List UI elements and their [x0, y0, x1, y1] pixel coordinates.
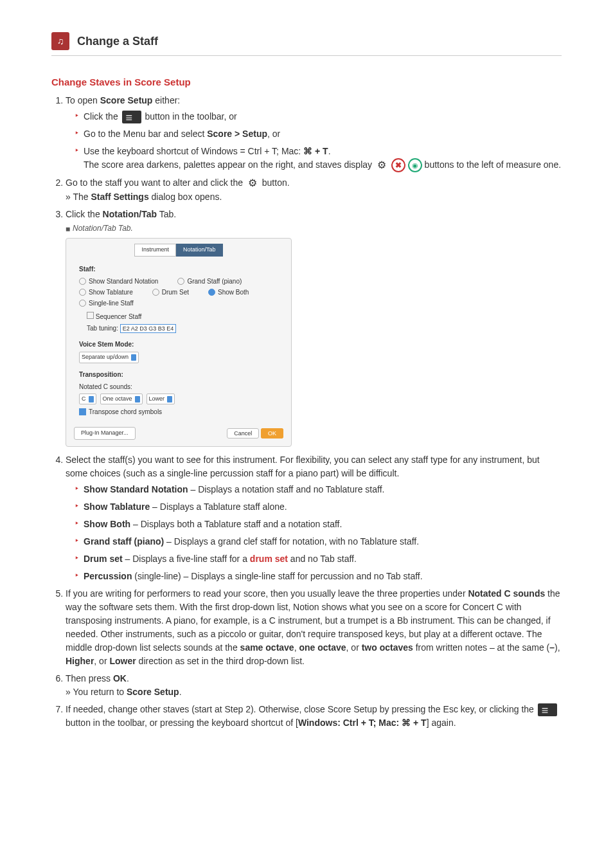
staff-settings-dialog: InstrumentNotation/Tab Staff: Show Stand…	[66, 238, 292, 447]
radio-single[interactable]: Single-line Staff	[79, 298, 134, 308]
tab-notation[interactable]: Notation/Tab	[176, 244, 223, 257]
radio-drum[interactable]: Drum Set	[152, 287, 189, 297]
app-icon: ♫	[51, 32, 69, 50]
step-6: Then press OK. » You return to Score Set…	[66, 672, 562, 699]
radio-both[interactable]: Show Both	[208, 287, 249, 297]
steps-list: To open Score Setup either: Click the bu…	[51, 94, 562, 730]
delete-icon: ✖	[391, 158, 405, 172]
section-title: Change Staves in Score Setup	[51, 75, 562, 90]
checkbox-transpose-chords[interactable]: Transpose chord symbols	[79, 407, 162, 417]
page-title: Change a Staff	[77, 33, 158, 50]
voice-select[interactable]: Separate up/down	[79, 352, 139, 363]
step-4: Select the staff(s) you want to see for …	[66, 453, 562, 583]
step-3: Click the Notation/Tab Tab. Notation/Tab…	[66, 208, 562, 447]
step-2: Go to the staff you want to alter and cl…	[66, 176, 562, 204]
step1-opt-b: Go to the Menu bar and select Score > Se…	[75, 127, 562, 141]
content: Change Staves in Score Setup To open Sco…	[51, 75, 562, 730]
trans-octave-select[interactable]: One octave	[100, 393, 143, 405]
figure-caption: Notation/Tab Tab.	[66, 222, 562, 234]
checkbox-sequencer[interactable]: Sequencer Staff	[87, 313, 141, 320]
trans-dir-select[interactable]: Lower	[147, 393, 175, 405]
score-setup-icon	[538, 703, 557, 716]
step-7: If needed, change other staves (start at…	[66, 703, 562, 730]
step1-opt-c: Use the keyboard shortcut of Windows = C…	[75, 145, 562, 172]
staff-label: Staff:	[79, 264, 278, 274]
voice-label: Voice Stem Mode:	[79, 339, 278, 349]
drum-set-link[interactable]: drum set	[250, 554, 288, 564]
trans-label: Transposition:	[79, 370, 278, 379]
step1-opt-a: Click the button in the toolbar, or	[75, 110, 562, 123]
visibility-icon: ◉	[408, 158, 422, 172]
page-header: ♫ Change a Staff	[51, 26, 562, 56]
tab-tuning-input[interactable]: E2 A2 D3 G3 B3 E4	[120, 324, 177, 333]
radio-standard[interactable]: Show Standard Notation	[79, 276, 158, 286]
radio-grand[interactable]: Grand Staff (piano)	[177, 276, 242, 286]
radio-tablature[interactable]: Show Tablature	[79, 287, 133, 297]
score-setup-icon	[122, 111, 141, 123]
step-5: If you are writing for performers to rea…	[66, 587, 562, 668]
cancel-button[interactable]: Cancel	[227, 428, 259, 439]
tab-instrument[interactable]: Instrument	[134, 244, 176, 257]
plugin-manager-button[interactable]: Plug-In Manager...	[74, 427, 136, 440]
step-1: To open Score Setup either: Click the bu…	[66, 94, 562, 173]
trans-note-select[interactable]: C	[79, 393, 96, 405]
gear-icon: ⚙	[375, 158, 389, 172]
gear-icon: ⚙	[245, 176, 260, 190]
ok-button[interactable]: OK	[261, 428, 283, 439]
